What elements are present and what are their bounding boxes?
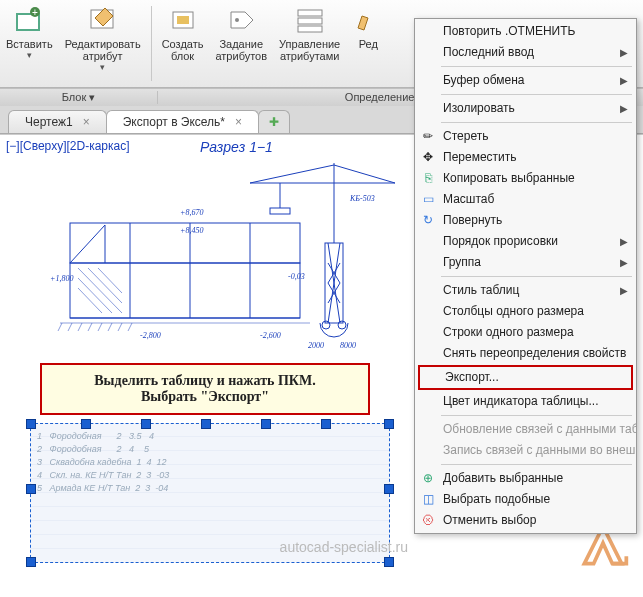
svg-line-28	[118, 323, 122, 331]
drawing-content: КБ-503 +8,670 +8,450 +1,800 -2,800 -2,60…	[50, 153, 400, 353]
rotate-icon: ↻	[420, 212, 436, 228]
svg-text:+: +	[32, 7, 38, 18]
tab-label: Чертеж1	[25, 115, 73, 129]
pencil-icon	[352, 4, 384, 36]
svg-text:+8,450: +8,450	[180, 226, 203, 235]
label: Редактировать атрибут	[65, 38, 141, 62]
svg-line-24	[78, 323, 82, 331]
svg-rect-43	[270, 208, 290, 214]
callout-line: Выделить таблицу и нажать ПКМ.	[94, 373, 315, 389]
svg-text:+1,800: +1,800	[50, 274, 73, 283]
label: Ред	[359, 38, 378, 50]
svg-text:2000: 2000	[308, 341, 324, 350]
ctx-isolate[interactable]: Изолировать▶	[415, 98, 636, 119]
tab-label: Экспорт в Эксель*	[123, 115, 225, 129]
ctx-move[interactable]: ✥Переместить	[415, 147, 636, 168]
callout-line: Выбрать "Экспорт"	[94, 389, 315, 405]
copy-icon: ⎘	[420, 170, 436, 186]
svg-line-16	[78, 268, 122, 313]
context-menu: Повторить .ОТМЕНИТЬ Последний ввод▶ Буфе…	[414, 18, 637, 534]
create-block-icon	[167, 4, 199, 36]
close-icon[interactable]: ×	[83, 115, 90, 129]
ctx-equal-cols[interactable]: Столбцы одного размера	[415, 301, 636, 322]
erase-icon: ✏	[420, 128, 436, 144]
svg-rect-9	[298, 26, 322, 32]
select-similar-icon: ◫	[420, 491, 436, 507]
ctx-copy-selection[interactable]: ⎘Копировать выбранные	[415, 168, 636, 189]
ctx-group[interactable]: Группа▶	[415, 252, 636, 273]
define-attributes-button[interactable]: Задание атрибутов	[209, 0, 273, 87]
ctx-add-selected[interactable]: ⊕Добавить выбранные	[415, 468, 636, 489]
insert-button[interactable]: + Вставить▾	[0, 0, 59, 87]
submenu-arrow-icon: ▶	[620, 283, 628, 298]
svg-line-23	[68, 323, 72, 331]
svg-line-29	[128, 323, 132, 331]
edit-attribute-button[interactable]: Редактировать атрибут▾	[59, 0, 147, 87]
svg-line-17	[78, 278, 112, 313]
submenu-arrow-icon: ▶	[620, 73, 628, 88]
svg-text:+8,670: +8,670	[180, 208, 203, 217]
ctx-draw-order[interactable]: Порядок прорисовки▶	[415, 231, 636, 252]
crane-label: КБ-503	[349, 194, 375, 203]
svg-line-27	[108, 323, 112, 331]
viewport-label[interactable]: [−][Сверху][2D-каркас]	[6, 139, 130, 153]
svg-line-25	[88, 323, 92, 331]
ctx-equal-rows[interactable]: Строки одного размера	[415, 322, 636, 343]
tab-drawing1[interactable]: Чертеж1 ×	[8, 110, 107, 133]
label: Вставить	[6, 38, 53, 50]
ctx-indicator-color[interactable]: Цвет индикатора таблицы...	[415, 391, 636, 412]
submenu-arrow-icon: ▶	[620, 255, 628, 270]
svg-line-19	[88, 268, 122, 303]
ctx-table-style[interactable]: Стиль таблиц▶	[415, 280, 636, 301]
svg-line-40	[250, 165, 334, 183]
plus-icon: ✚	[269, 115, 279, 129]
ctx-rotate[interactable]: ↻Повернуть	[415, 210, 636, 231]
svg-point-6	[235, 18, 239, 22]
ctx-write-links: Запись связей с данными во внешн	[415, 440, 636, 461]
svg-point-45	[338, 321, 346, 329]
ctx-export[interactable]: Экспорт...	[418, 365, 633, 390]
svg-rect-7	[298, 10, 322, 16]
svg-text:-0,03: -0,03	[288, 272, 305, 281]
edit-attribute-icon	[87, 4, 119, 36]
ctx-last-input[interactable]: Последний ввод▶	[415, 42, 636, 63]
tab-export-excel[interactable]: Экспорт в Эксель* ×	[106, 110, 259, 133]
watermark-text: autocad-specialist.ru	[280, 539, 408, 555]
svg-text:-2,800: -2,800	[140, 331, 161, 340]
manage-icon	[294, 4, 326, 36]
svg-rect-5	[177, 16, 189, 24]
label: Создать блок	[162, 38, 204, 62]
ctx-scale[interactable]: ▭Масштаб	[415, 189, 636, 210]
svg-line-22	[58, 323, 62, 331]
edit-button-cut[interactable]: Ред	[346, 0, 390, 87]
deselect-icon: ⮾	[420, 512, 436, 528]
manage-attributes-button[interactable]: Управление атрибутами	[273, 0, 346, 87]
svg-line-41	[334, 165, 395, 183]
ctx-repeat[interactable]: Повторить .ОТМЕНИТЬ	[415, 21, 636, 42]
svg-line-20	[98, 268, 122, 293]
label: Задание атрибутов	[215, 38, 267, 62]
create-block-button[interactable]: Создать блок	[156, 0, 210, 87]
tab-new[interactable]: ✚	[258, 110, 290, 133]
submenu-arrow-icon: ▶	[620, 45, 628, 60]
scale-icon: ▭	[420, 191, 436, 207]
close-icon[interactable]: ×	[235, 115, 242, 129]
add-icon: ⊕	[420, 470, 436, 486]
ctx-clipboard[interactable]: Буфер обмена▶	[415, 70, 636, 91]
move-icon: ✥	[420, 149, 436, 165]
svg-line-26	[98, 323, 102, 331]
instruction-callout: Выделить таблицу и нажать ПКМ. Выбрать "…	[40, 363, 370, 415]
ctx-erase[interactable]: ✏Стереть	[415, 126, 636, 147]
submenu-arrow-icon: ▶	[620, 101, 628, 116]
panel-block[interactable]: Блок ▾	[0, 91, 158, 104]
insert-block-icon: +	[13, 4, 45, 36]
submenu-arrow-icon: ▶	[620, 234, 628, 249]
svg-line-18	[78, 288, 102, 313]
ctx-update-links: Обновление связей с данными табл	[415, 419, 636, 440]
label: Управление атрибутами	[279, 38, 340, 62]
ctx-deselect[interactable]: ⮾Отменить выбор	[415, 510, 636, 531]
ctx-select-similar[interactable]: ◫Выбрать подобные	[415, 489, 636, 510]
ctx-clear-overrides[interactable]: Снять переопределения свойств	[415, 343, 636, 364]
tag-icon	[225, 4, 257, 36]
svg-point-44	[322, 321, 330, 329]
